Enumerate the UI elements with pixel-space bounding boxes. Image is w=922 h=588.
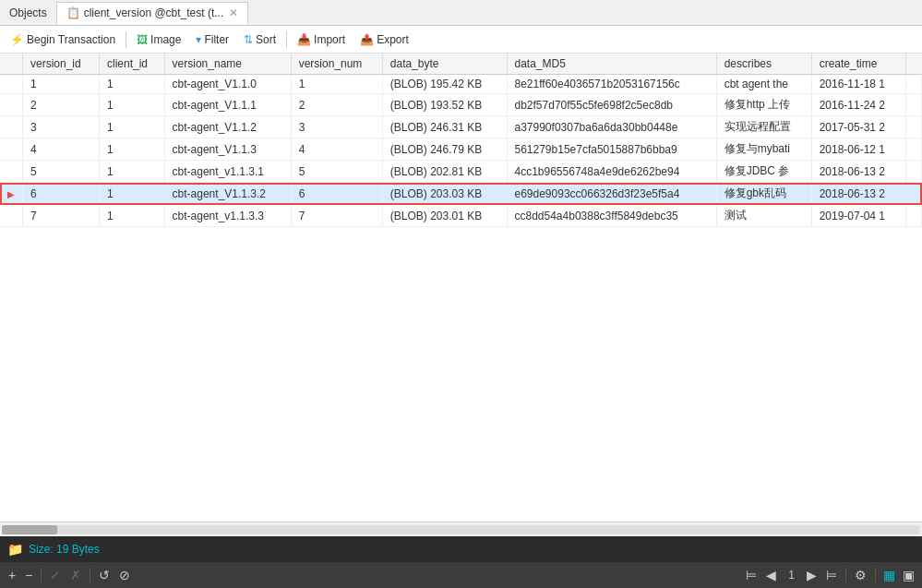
cell-version_num[interactable]: 4 xyxy=(291,138,382,161)
grid-view-button[interactable]: ▦ xyxy=(881,566,897,584)
table-row[interactable]: 41cbt-agent_V1.1.34(BLOB) 246.79 KB56127… xyxy=(0,138,922,161)
cell-version_num[interactable]: 5 xyxy=(291,161,382,183)
cell-version_name[interactable]: cbt-agent_v1.1.3.3 xyxy=(164,205,291,227)
table-row[interactable]: 31cbt-agent_V1.1.23(BLOB) 246.31 KBa3799… xyxy=(0,116,922,138)
cell-data_byte[interactable]: (BLOB) 193.52 KB xyxy=(382,94,507,116)
begin-transaction-button[interactable]: ⚡ Begin Transaction xyxy=(4,30,122,49)
page-prev-button[interactable]: ◀ xyxy=(763,566,779,584)
col-client-id[interactable]: client_id xyxy=(99,54,164,75)
cell-data_byte[interactable]: (BLOB) 203.01 KB xyxy=(382,205,507,227)
cell-version_id[interactable]: 2 xyxy=(23,94,100,116)
add-row-button[interactable]: + xyxy=(6,566,18,584)
cell-describes[interactable]: 修复gbk乱码 xyxy=(716,183,811,205)
table-row[interactable]: 21cbt-agent_V1.1.12(BLOB) 193.52 KBdb2f5… xyxy=(0,94,922,116)
cell-data_byte[interactable]: (BLOB) 246.31 KB xyxy=(382,116,507,138)
bottom-sep-3 xyxy=(845,568,846,582)
cell-version_num[interactable]: 3 xyxy=(291,116,382,138)
cell-data_MD5[interactable]: cc8dd54a4b0388c3ff5849debc35 xyxy=(507,205,716,227)
cell-describes[interactable]: 测试 xyxy=(716,205,811,227)
settings-button[interactable]: ⚙ xyxy=(852,566,869,584)
cell-create_time[interactable]: 2019-07-04 1 xyxy=(811,205,905,227)
image-button[interactable]: 🖼 Image xyxy=(130,30,187,49)
table-row[interactable]: 71cbt-agent_v1.1.3.37(BLOB) 203.01 KBcc8… xyxy=(0,205,922,227)
form-view-button[interactable]: ▣ xyxy=(901,566,916,584)
cell-client_id[interactable]: 1 xyxy=(99,161,164,183)
cell-version_id[interactable]: 3 xyxy=(23,116,100,138)
cell-client_id[interactable]: 1 xyxy=(99,205,164,227)
scroll-track[interactable] xyxy=(2,525,920,534)
cell-data_MD5[interactable]: a37990f0307ba6a6da30bb0448e xyxy=(507,116,716,138)
col-version-name[interactable]: version_name xyxy=(164,54,291,75)
cell-data_MD5[interactable]: e69de9093cc066326d3f23e5f5a4 xyxy=(507,183,716,205)
cancel-button[interactable]: ✗ xyxy=(67,566,84,584)
cell-data_MD5[interactable]: db2f57d70f55c5fe698f2c5ec8db xyxy=(507,94,716,116)
cell-data_byte[interactable]: (BLOB) 203.03 KB xyxy=(382,183,507,205)
cell-describes[interactable]: 实现远程配置 xyxy=(716,116,811,138)
row-indicator: ▶ xyxy=(0,183,23,205)
table-row[interactable]: ▶61cbt-agent_V1.1.3.26(BLOB) 203.03 KBe6… xyxy=(0,183,922,205)
cell-version_name[interactable]: cbt-agent_v1.1.3.1 xyxy=(164,161,291,183)
cell-data_MD5[interactable]: 4cc1b96556748a4e9de6262be94 xyxy=(507,161,716,183)
cell-version_id[interactable]: 7 xyxy=(23,205,100,227)
cell-edge xyxy=(906,138,922,161)
remove-row-button[interactable]: − xyxy=(22,566,35,584)
cell-describes[interactable]: 修复http 上传 xyxy=(716,94,811,116)
cell-client_id[interactable]: 1 xyxy=(99,138,164,161)
cell-describes[interactable]: 修复JDBC 参 xyxy=(716,161,811,183)
cell-client_id[interactable]: 1 xyxy=(99,94,164,116)
cell-version_num[interactable]: 1 xyxy=(291,75,382,94)
export-button[interactable]: 📤 Export xyxy=(353,30,415,49)
cell-version_name[interactable]: cbt-agent_V1.1.3 xyxy=(164,138,291,161)
col-create-time[interactable]: create_time xyxy=(811,54,905,75)
table-row[interactable]: 51cbt-agent_v1.1.3.15(BLOB) 202.81 KB4cc… xyxy=(0,161,922,183)
cell-describes[interactable]: cbt agent the xyxy=(716,75,811,94)
cell-client_id[interactable]: 1 xyxy=(99,183,164,205)
cell-data_byte[interactable]: (BLOB) 246.79 KB xyxy=(382,138,507,161)
cell-version_id[interactable]: 1 xyxy=(23,75,100,94)
table-row[interactable]: 11cbt-agent_V1.1.01(BLOB) 195.42 KB8e21f… xyxy=(0,75,922,94)
cell-describes[interactable]: 修复与mybati xyxy=(716,138,811,161)
sort-button[interactable]: ⇅ Sort xyxy=(237,30,282,49)
page-next-button[interactable]: ▶ xyxy=(804,566,820,584)
cell-client_id[interactable]: 1 xyxy=(99,75,164,94)
col-data-md5[interactable]: data_MD5 xyxy=(507,54,716,75)
stop-button[interactable]: ⊘ xyxy=(116,566,133,584)
tab-close-icon[interactable]: ✕ xyxy=(229,6,238,19)
cell-version_id[interactable]: 4 xyxy=(23,138,100,161)
horizontal-scrollbar[interactable] xyxy=(0,522,922,536)
cell-version_name[interactable]: cbt-agent_V1.1.1 xyxy=(164,94,291,116)
refresh-button[interactable]: ↺ xyxy=(96,566,113,584)
cell-create_time[interactable]: 2018-06-13 2 xyxy=(811,161,905,183)
col-describes[interactable]: describes xyxy=(716,54,811,75)
cell-data_byte[interactable]: (BLOB) 195.42 KB xyxy=(382,75,507,94)
page-first-button[interactable]: ⊨ xyxy=(743,566,760,584)
cell-create_time[interactable]: 2016-11-24 2 xyxy=(811,94,905,116)
cell-version_num[interactable]: 7 xyxy=(291,205,382,227)
cell-client_id[interactable]: 1 xyxy=(99,116,164,138)
col-version-id[interactable]: version_id xyxy=(23,54,100,75)
cell-create_time[interactable]: 2018-06-13 2 xyxy=(811,183,905,205)
filter-button[interactable]: ▾ Filter xyxy=(189,30,235,49)
cell-data_MD5[interactable]: 8e21ff60e4036571b2053167156c xyxy=(507,75,716,94)
cell-version_name[interactable]: cbt-agent_V1.1.0 xyxy=(164,75,291,94)
cell-create_time[interactable]: 2017-05-31 2 xyxy=(811,116,905,138)
import-button[interactable]: 📥 Import xyxy=(291,30,352,49)
scroll-thumb[interactable] xyxy=(2,525,57,534)
col-data-byte[interactable]: data_byte xyxy=(382,54,507,75)
cell-create_time[interactable]: 2016-11-18 1 xyxy=(811,75,905,94)
tab-active[interactable]: 📋 client_version @cbt_test (t... ✕ xyxy=(56,2,249,24)
tab-objects[interactable]: Objects xyxy=(0,3,56,23)
page-last-button[interactable]: ⊨ xyxy=(823,566,840,584)
cell-create_time[interactable]: 2018-06-12 1 xyxy=(811,138,905,161)
cell-version_num[interactable]: 6 xyxy=(291,183,382,205)
cell-version_id[interactable]: 5 xyxy=(23,161,100,183)
col-version-num[interactable]: version_num xyxy=(291,54,382,75)
cell-version_name[interactable]: cbt-agent_V1.1.2 xyxy=(164,116,291,138)
cell-data_MD5[interactable]: 561279b15e7cfa5015887b6bba9 xyxy=(507,138,716,161)
cell-version_num[interactable]: 2 xyxy=(291,94,382,116)
cell-version_name[interactable]: cbt-agent_V1.1.3.2 xyxy=(164,183,291,205)
page-number: 1 xyxy=(783,569,800,582)
confirm-button[interactable]: ✓ xyxy=(47,566,64,584)
cell-data_byte[interactable]: (BLOB) 202.81 KB xyxy=(382,161,507,183)
cell-version_id[interactable]: 6 xyxy=(23,183,100,205)
